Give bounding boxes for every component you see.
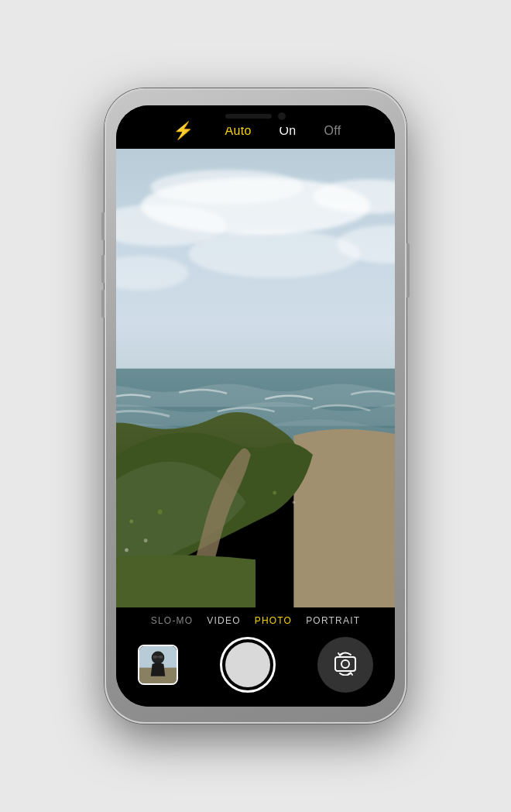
shutter-button[interactable] [220, 637, 276, 693]
flash-off[interactable]: Off [324, 124, 341, 138]
mode-portrait[interactable]: PORTRAIT [306, 615, 360, 626]
phone-screen: ⚡ Auto On Off [116, 105, 395, 707]
mode-selector: SLO-MO VIDEO PHOTO PORTRAIT [116, 607, 395, 631]
shutter-inner [225, 642, 270, 687]
svg-rect-25 [159, 655, 163, 659]
front-camera [278, 112, 286, 120]
camera-viewfinder[interactable]: 1x [116, 149, 395, 607]
flip-camera-icon [332, 649, 358, 681]
svg-point-18 [292, 501, 295, 504]
flash-icon[interactable]: ⚡ [170, 118, 197, 144]
svg-point-17 [273, 491, 276, 495]
mode-video[interactable]: VIDEO [207, 615, 240, 626]
thumbnail-inner [139, 646, 177, 683]
svg-point-28 [341, 660, 349, 668]
camera-controls-row [116, 631, 395, 707]
flip-camera-button[interactable] [317, 637, 373, 693]
svg-point-11 [158, 510, 163, 514]
mode-slomo[interactable]: SLO-MO [151, 615, 194, 626]
svg-point-13 [144, 538, 148, 542]
phone-frame: ⚡ Auto On Off [105, 88, 406, 724]
camera-bottom: SLO-MO VIDEO PHOTO PORTRAIT [116, 607, 395, 707]
svg-rect-27 [335, 657, 355, 671]
svg-point-7 [150, 170, 303, 204]
mode-photo[interactable]: PHOTO [255, 615, 292, 626]
svg-point-10 [129, 520, 133, 524]
phone-notch [197, 105, 314, 127]
svg-rect-24 [153, 655, 158, 659]
speaker [225, 114, 272, 119]
svg-point-12 [125, 549, 129, 552]
photo-thumbnail[interactable] [138, 645, 178, 685]
svg-point-4 [189, 230, 361, 278]
